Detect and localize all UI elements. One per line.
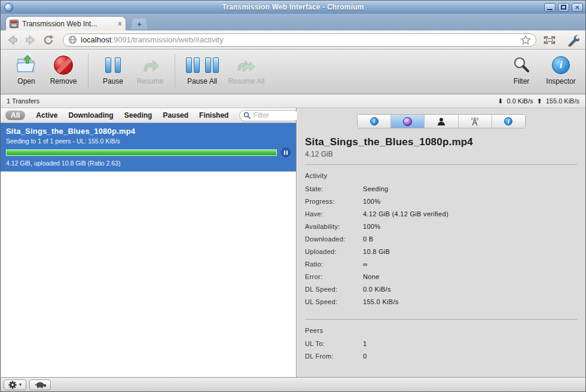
- torrent-detail: 4.12 GiB, uploaded 10.8 GiB (Ratio 2.63): [6, 160, 291, 167]
- transfers-status-bar: 1 Transfers ⬇ 0.0 KiB/s ⬆ 155.0 KiB/s: [1, 94, 585, 108]
- pause-button[interactable]: Pause: [94, 54, 132, 85]
- tab-tracker[interactable]: [459, 115, 492, 128]
- peers-section: Peers UL To:1 DL From:0: [305, 327, 577, 365]
- browser-navbar: localhost:9091/transmission/web/#activit…: [1, 30, 585, 50]
- detail-row: Uploaded:10.8 GiB: [305, 248, 577, 261]
- inspector-torrent-size: 4.12 GiB: [305, 150, 577, 158]
- window-title: Transmission Web Interface - Chromium: [1, 3, 585, 11]
- files-icon: f: [504, 117, 512, 125]
- info-icon: i: [370, 117, 379, 125]
- caret-down-icon: ▾: [19, 382, 22, 387]
- activity-sphere-icon: [403, 117, 412, 126]
- new-tab-button[interactable]: +: [131, 19, 148, 29]
- divider: [305, 319, 577, 320]
- detail-row: Progress:100%: [305, 198, 577, 210]
- pause-all-button[interactable]: Pause All: [181, 54, 223, 85]
- wrench-menu-button[interactable]: [566, 33, 579, 47]
- toolbar-separator: [175, 54, 175, 88]
- filter-tab-paused[interactable]: Paused: [163, 111, 188, 120]
- bookmark-star-icon[interactable]: [520, 35, 531, 45]
- detail-row: State:Seeding: [305, 185, 577, 198]
- forward-button[interactable]: [25, 34, 36, 46]
- divider: [305, 164, 577, 165]
- filter-tab-downloading[interactable]: Downloading: [68, 111, 113, 120]
- filter-tab-active[interactable]: Active: [36, 111, 57, 120]
- url-host: localhost: [81, 35, 111, 44]
- maximize-icon: [561, 5, 566, 10]
- tab-files[interactable]: f: [492, 115, 525, 128]
- detail-row: Have:4.12 GiB (4.12 GiB verified): [305, 210, 577, 223]
- tracker-antenna-icon: [469, 117, 480, 126]
- filter-search-box[interactable]: [239, 110, 299, 121]
- tab-activity[interactable]: [391, 115, 425, 128]
- upload-arrow-icon: ⬆: [537, 97, 542, 105]
- detail-row: Availability:100%: [305, 223, 577, 235]
- section-heading: Peers: [305, 327, 577, 334]
- resume-all-button[interactable]: Resume All: [223, 54, 270, 85]
- torrent-list-panel: All Active Downloading Seeding Paused Fi…: [1, 108, 297, 378]
- tab-close-icon[interactable]: ×: [118, 20, 122, 28]
- plus-icon: +: [137, 20, 142, 29]
- filter-tab-seeding[interactable]: Seeding: [124, 111, 152, 120]
- fullscreen-button[interactable]: [542, 35, 557, 45]
- tab-strip: Transmission Web Int... × +: [1, 14, 585, 30]
- browser-window: Transmission Web Interface - Chromium ✕ …: [0, 0, 586, 392]
- inspector-tabs: i f: [357, 114, 526, 128]
- filter-tab-all[interactable]: All: [5, 111, 25, 120]
- browser-tab[interactable]: Transmission Web Int... ×: [5, 16, 126, 30]
- total-upload-speed: 155.0 KiB/s: [546, 97, 579, 105]
- url-text[interactable]: localhost:9091/transmission/web/#activit…: [81, 35, 520, 44]
- transfers-count: 1 Transfers: [7, 97, 39, 105]
- detail-row: DL Speed:0.0 KiB/s: [305, 286, 577, 298]
- detail-row: UL To:1: [305, 340, 577, 353]
- activity-section: Activity State:Seeding Progress:100% Hav…: [305, 172, 577, 311]
- tab-title: Transmission Web Int...: [22, 20, 115, 28]
- window-titlebar: Transmission Web Interface - Chromium ✕: [1, 1, 585, 14]
- filter-bar: All Active Downloading Seeding Paused Fi…: [1, 108, 296, 123]
- turtle-icon: [34, 381, 46, 388]
- filter-tab-finished[interactable]: Finished: [199, 111, 228, 120]
- reload-button[interactable]: [42, 34, 54, 46]
- pause-all-icon: [186, 54, 219, 76]
- bottom-bar: ▾: [1, 377, 585, 391]
- inspector-button[interactable]: i Inspector: [544, 54, 578, 85]
- detail-row: UL Speed:155.0 KiB/s: [305, 298, 577, 311]
- settings-menu-button[interactable]: ▾: [4, 379, 26, 390]
- total-download-speed: 0.0 KiB/s: [506, 97, 533, 105]
- close-button[interactable]: ✕: [572, 3, 583, 12]
- resume-all-icon: [236, 54, 257, 76]
- torrent-pause-button[interactable]: [281, 148, 291, 157]
- minimize-button[interactable]: [544, 3, 556, 12]
- remove-icon: [54, 56, 73, 75]
- remove-button[interactable]: Remove: [45, 54, 82, 85]
- torrent-name: Sita_Sings_the_Blues_1080p.mp4: [6, 127, 291, 136]
- search-icon: [243, 112, 251, 119]
- gear-icon: [8, 381, 17, 389]
- torrent-list: Sita_Sings_the_Blues_1080p.mp4 Seeding t…: [1, 123, 296, 378]
- download-arrow-icon: ⬇: [498, 97, 503, 105]
- detail-row: Error:None: [305, 273, 577, 286]
- maximize-button[interactable]: [558, 3, 569, 12]
- detail-row: Downloaded:0 B: [305, 235, 577, 248]
- open-button[interactable]: Open: [8, 54, 45, 85]
- inspector-panel: i f Sita_Sings_the_Blues_1080p.mp4 4.12 …: [297, 108, 585, 378]
- filter-search-input[interactable]: [253, 111, 295, 120]
- back-button[interactable]: [7, 34, 19, 46]
- filter-button[interactable]: Filter: [508, 54, 535, 85]
- torrent-status: Seeding to 1 of 1 peers - UL: 155.0 KiB/…: [6, 137, 291, 145]
- url-bar[interactable]: localhost:9091/transmission/web/#activit…: [63, 33, 536, 47]
- tab-info[interactable]: i: [358, 115, 391, 128]
- close-icon: ✕: [575, 4, 579, 11]
- detail-row: DL From:0: [305, 353, 577, 365]
- globe-icon: [68, 35, 77, 44]
- torrent-row-selected[interactable]: Sita_Sings_the_Blues_1080p.mp4 Seeding t…: [1, 123, 296, 172]
- detail-row: Ratio:∞: [305, 261, 577, 273]
- pause-icon: [105, 54, 121, 76]
- tab-peers[interactable]: [425, 115, 458, 128]
- section-heading: Activity: [305, 172, 577, 179]
- resume-button[interactable]: Resume: [132, 54, 169, 85]
- transmission-toolbar: Open Remove Pause Resume Pause All: [1, 50, 585, 94]
- url-path: :9091/transmission/web/#activity: [111, 35, 223, 44]
- toolbar-separator: [88, 54, 88, 88]
- turtle-speed-button[interactable]: [29, 379, 51, 390]
